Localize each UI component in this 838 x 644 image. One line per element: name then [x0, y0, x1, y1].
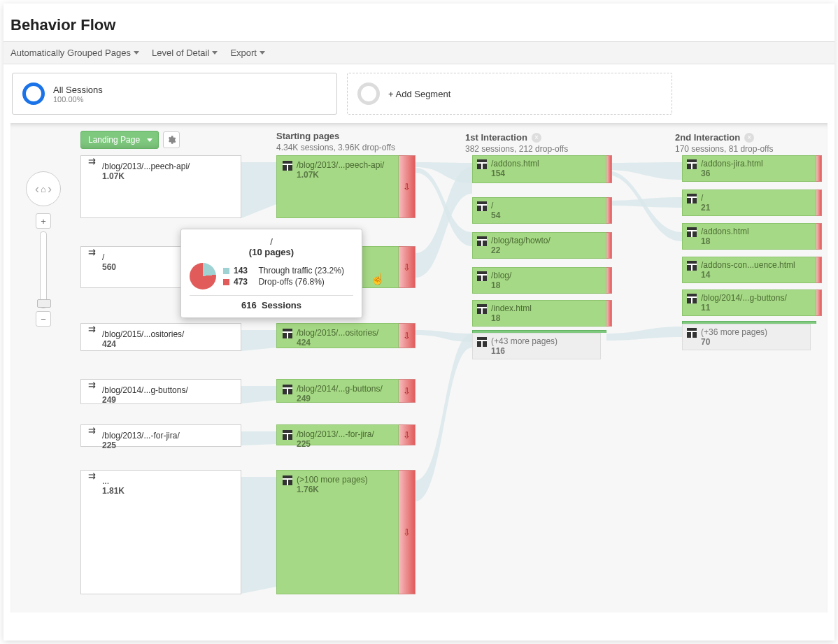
dropoff-indicator	[816, 223, 822, 250]
interaction-node[interactable]: /21	[682, 189, 822, 216]
chevron-down-icon	[134, 51, 139, 55]
start-node-count: 225	[297, 439, 374, 449]
interaction-node-count: 18	[491, 313, 532, 323]
segment-ring-icon	[22, 83, 45, 105]
dropoff-indicator: ⇩	[399, 379, 416, 403]
page-icon	[477, 201, 487, 211]
dimension-select[interactable]: Landing Page	[80, 131, 159, 149]
interaction-node[interactable]: /addons-con...uence.html14	[682, 257, 822, 283]
dropoff-indicator	[606, 300, 612, 327]
add-segment-label: + Add Segment	[388, 89, 450, 99]
start-node-title: /blog/2015/...ositories/	[297, 328, 378, 338]
chevron-down-icon	[260, 51, 265, 55]
interaction-node[interactable]: /addons.html18	[682, 223, 822, 250]
interaction-node-count: 116	[491, 346, 558, 356]
dropoff-indicator	[816, 155, 822, 182]
add-segment[interactable]: + Add Segment	[347, 73, 672, 115]
interaction-node[interactable]: /addons.html154	[472, 155, 612, 183]
col-start-title: Starting pages	[276, 131, 416, 141]
grouped-pages-dropdown[interactable]: Automatically Grouped Pages	[10, 48, 139, 58]
dropoff-indicator: ⇩	[399, 424, 416, 445]
settings-button[interactable]	[163, 131, 180, 148]
start-node-title: (>100 more pages)	[297, 475, 368, 485]
page-icon	[477, 337, 487, 347]
start-node-count: 1.76K	[297, 485, 368, 494]
interaction-node[interactable]: /blog/tag/howto/22	[472, 232, 612, 259]
grouped-pages-label: Automatically Grouped Pages	[10, 48, 131, 58]
page-icon	[687, 227, 697, 237]
zoom-thumb[interactable]	[37, 299, 51, 308]
interaction-more-node[interactable]: (+43 more pages)116	[472, 330, 606, 359]
page-icon	[283, 430, 292, 440]
zoom-slider[interactable]	[40, 231, 47, 308]
arrow-down-icon: ⇩	[403, 527, 411, 538]
pan-home-button[interactable]: ‹ ⌂ ›	[26, 171, 61, 206]
close-column-button[interactable]: ×	[532, 133, 541, 143]
start-node[interactable]: /blog/2015/...ositories/424 ⇩	[276, 323, 416, 348]
landing-node-count: 1.81K	[102, 486, 125, 496]
tooltip-sessions-count: 616	[241, 300, 257, 310]
dropoff-indicator	[816, 289, 822, 316]
start-node[interactable]: (>100 more pages)1.76K ⇩	[276, 470, 416, 594]
start-node[interactable]: /blog/2014/...g-buttons/249 ⇩	[276, 379, 416, 403]
dropoff-indicator	[606, 155, 612, 183]
interaction-node[interactable]: /index.html18	[472, 300, 612, 327]
landing-node[interactable]: ⇉/blog/2014/...g-buttons/249	[80, 379, 241, 404]
chevron-down-icon	[212, 51, 218, 55]
page-icon	[477, 304, 487, 314]
gear-icon	[166, 135, 176, 145]
tooltip-sessions-label: Sessions	[262, 300, 301, 310]
segment-value: 100.00%	[53, 95, 103, 103]
nav-controls: ‹ ⌂ › + −	[26, 171, 61, 327]
export-dropdown[interactable]: Export	[230, 48, 265, 58]
interaction-node-title: /blog/	[491, 271, 511, 280]
landing-node[interactable]: ⇉/blog/2013/...peech-api/1.07K	[80, 155, 241, 218]
landing-node-title: /blog/2013/...peech-api/	[102, 162, 190, 171]
interaction-node[interactable]: /blog/18	[472, 267, 612, 294]
interaction-node-title: /	[491, 201, 500, 210]
start-node[interactable]: /blog/2013/...-for-jira/225 ⇩	[276, 424, 416, 445]
start-node[interactable]: /blog/2013/...peech-api/1.07K ⇩	[276, 155, 416, 218]
dropoff-indicator	[816, 189, 822, 216]
landing-node-count: 424	[102, 339, 184, 349]
interaction-node-count: 21	[701, 203, 710, 213]
page-icon	[283, 475, 292, 485]
interaction-node-title: (+36 more pages)	[701, 327, 767, 337]
landing-node[interactable]: ⇉/blog/2013/...-for-jira/225	[80, 424, 241, 447]
close-column-button[interactable]: ×	[744, 133, 754, 143]
arrow-down-icon: ⇩	[403, 331, 411, 341]
landing-node-count: 249	[102, 395, 188, 405]
export-label: Export	[230, 48, 257, 58]
zoom-out-button[interactable]: −	[36, 311, 51, 327]
landing-node-count: 560	[102, 262, 116, 272]
page-icon	[687, 159, 697, 169]
chevron-right-icon: ›	[48, 182, 52, 196]
interaction-node-title: /addons.html	[491, 159, 539, 169]
segment-bar: All Sessions 100.00% + Add Segment	[3, 64, 835, 123]
interaction-more-node[interactable]: (+36 more pages)70	[682, 321, 816, 350]
interaction-node-title: /index.html	[491, 303, 532, 313]
level-of-detail-dropdown[interactable]: Level of Detail	[152, 48, 218, 58]
dropoff-indicator: ⇩	[399, 155, 416, 218]
interaction-node[interactable]: /blog/2014/...g-buttons/11	[682, 289, 822, 316]
interaction-node[interactable]: /54	[472, 197, 612, 224]
landing-node[interactable]: ⇉/blog/2015/...ositories/424	[80, 323, 241, 351]
start-node-title: /blog/2014/...g-buttons/	[297, 384, 383, 394]
landing-node[interactable]: ⇉...1.81K	[80, 470, 241, 594]
tooltip-title: /	[190, 236, 353, 247]
flow-canvas[interactable]: ‹ ⌂ › + −	[10, 123, 828, 613]
interaction-node[interactable]: /addons-jira.html36	[682, 155, 822, 182]
dropoff-indicator	[606, 197, 612, 224]
landing-node-title: /blog/2014/...g-buttons/	[102, 385, 188, 395]
landing-node-title: /blog/2015/...ositories/	[102, 329, 184, 339]
col-start-sub: 4.34K sessions, 3.96K drop-offs	[276, 143, 416, 152]
page-icon	[687, 294, 697, 303]
zoom-in-button[interactable]: +	[36, 213, 51, 229]
interaction-node-title: /	[701, 193, 710, 203]
home-icon: ⌂	[41, 184, 46, 194]
col-int1-sub: 382 sessions, 212 drop-offs	[465, 144, 605, 154]
page-title: Behavior Flow	[3, 3, 835, 41]
interaction-node-count: 18	[701, 236, 749, 246]
segment-all-sessions[interactable]: All Sessions 100.00%	[12, 73, 337, 115]
pie-chart	[190, 263, 216, 289]
